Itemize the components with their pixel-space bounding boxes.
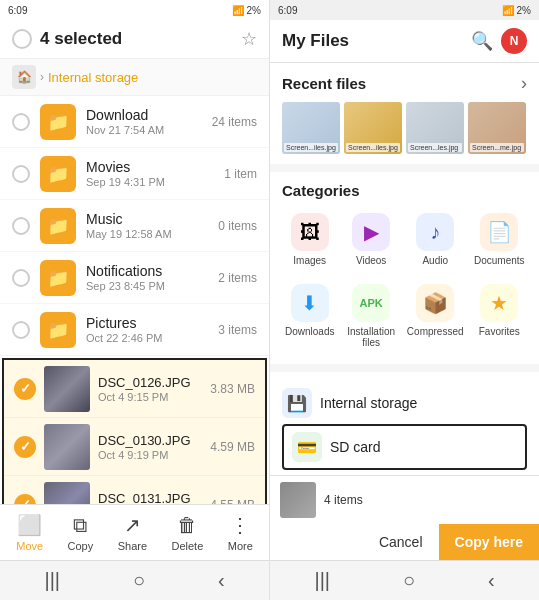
share-label: Share	[118, 540, 147, 552]
right-status-icons: 📶 2%	[502, 5, 531, 16]
left-panel: 6:09 📶 2% 4 selected ☆ 🏠 › Internal stor…	[0, 0, 270, 600]
right-panel: 6:09 📶 2% My Files 🔍 N Recent files › Sc…	[270, 0, 539, 600]
folder-info: Pictures Oct 22 2:46 PM	[86, 315, 208, 344]
cat-apk[interactable]: APK Installation files	[343, 278, 398, 354]
select-radio[interactable]	[12, 113, 30, 131]
right-nav-back[interactable]: ‹	[488, 569, 495, 592]
select-radio[interactable]	[12, 269, 30, 287]
bottom-toolbar: ⬜ Move ⧉ Copy ↗ Share 🗑 Delete ⋮ More	[0, 504, 269, 560]
downloads-icon: ⬇	[291, 284, 329, 322]
right-nav-home[interactable]: ○	[403, 569, 415, 592]
more-button[interactable]: ⋮ More	[228, 513, 253, 552]
sdcard-selected-item[interactable]: 💳 SD card	[282, 424, 527, 470]
image-thumb	[44, 482, 90, 505]
share-icon: ↗	[124, 513, 141, 537]
move-label: Move	[16, 540, 43, 552]
folder-item-notifications[interactable]: 📁 Notifications Sep 23 8:45 PM 2 items	[0, 252, 269, 304]
left-status-icons: 📶 2%	[232, 5, 261, 16]
right-header: My Files 🔍 N	[270, 20, 539, 63]
left-status-bar: 6:09 📶 2%	[0, 0, 269, 20]
copy-here-button[interactable]: Copy here	[439, 524, 539, 560]
more-label: More	[228, 540, 253, 552]
breadcrumb-chevron: ›	[40, 70, 44, 84]
share-button[interactable]: ↗ Share	[118, 513, 147, 552]
home-icon[interactable]: 🏠	[12, 65, 36, 89]
check-icon[interactable]: ✓	[14, 436, 36, 458]
cat-compressed[interactable]: 📦 Compressed	[405, 278, 466, 354]
cancel-button[interactable]: Cancel	[363, 524, 439, 560]
folder-item-music[interactable]: 📁 Music May 19 12:58 AM 0 items	[0, 200, 269, 252]
selected-count-title: 4 selected	[40, 29, 233, 49]
recent-thumb-label: Screen...me.jpg	[470, 143, 524, 152]
check-icon[interactable]: ✓	[14, 494, 36, 505]
cat-images[interactable]: 🖼 Images	[282, 207, 337, 272]
recent-files-more-icon[interactable]: ›	[521, 73, 527, 94]
folder-item-download[interactable]: 📁 Download Nov 21 7:54 AM 24 items	[0, 96, 269, 148]
cat-favorites[interactable]: ★ Favorites	[472, 278, 527, 354]
search-icon[interactable]: 🔍	[471, 30, 493, 52]
move-button[interactable]: ⬜ Move	[16, 513, 43, 552]
select-radio[interactable]	[12, 217, 30, 235]
folder-count: 0 items	[218, 219, 257, 233]
avatar[interactable]: N	[501, 28, 527, 54]
cat-documents[interactable]: 📄 Documents	[472, 207, 527, 272]
star-icon[interactable]: ☆	[241, 28, 257, 50]
folder-icon: 📁	[40, 156, 76, 192]
select-radio[interactable]	[12, 321, 30, 339]
folder-info: Download Nov 21 7:54 AM	[86, 107, 202, 136]
action-buttons: Cancel Copy here	[270, 524, 539, 560]
folder-item-movies[interactable]: 📁 Movies Sep 19 4:31 PM 1 item	[0, 148, 269, 200]
recent-thumb-0[interactable]: Screen...iles.jpg	[282, 102, 340, 154]
recent-thumb-2[interactable]: Screen...les.jpg	[406, 102, 464, 154]
folder-count: 24 items	[212, 115, 257, 129]
sdcard-storage-item[interactable]: 💳 SD card	[292, 432, 517, 462]
recent-thumbs-list: Screen...iles.jpg Screen...iles.jpg Scre…	[282, 102, 527, 154]
folder-info: Notifications Sep 23 8:45 PM	[86, 263, 208, 292]
back-button[interactable]	[12, 29, 32, 49]
cat-downloads[interactable]: ⬇ Downloads	[282, 278, 337, 354]
preview-thumbnail	[280, 482, 316, 518]
internal-storage-icon: 💾	[282, 388, 312, 418]
left-nav-home[interactable]: ○	[133, 569, 145, 592]
cat-apk-label: Installation files	[345, 326, 396, 348]
left-nav-back[interactable]: ‹	[218, 569, 225, 592]
left-nav-menu[interactable]: |||	[44, 569, 60, 592]
delete-label: Delete	[171, 540, 203, 552]
internal-storage-label: Internal storage	[320, 395, 417, 411]
favorites-icon: ★	[480, 284, 518, 322]
delete-button[interactable]: 🗑 Delete	[171, 514, 203, 552]
cat-images-label: Images	[293, 255, 326, 266]
folder-name: Movies	[86, 159, 214, 175]
select-radio[interactable]	[12, 165, 30, 183]
image-thumb	[44, 424, 90, 470]
right-title: My Files	[282, 31, 463, 51]
folder-name: Music	[86, 211, 208, 227]
recent-thumb-3[interactable]: Screen...me.jpg	[468, 102, 526, 154]
cat-audio[interactable]: ♪ Audio	[405, 207, 466, 272]
categories-section: Categories 🖼 Images ▶ Videos ♪ Audio 📄 D…	[270, 172, 539, 364]
categories-title: Categories	[282, 182, 360, 199]
cat-downloads-label: Downloads	[285, 326, 334, 337]
internal-storage-item[interactable]: 💾 Internal storage	[282, 382, 527, 424]
breadcrumb-path[interactable]: Internal storage	[48, 70, 138, 85]
image-item-0130[interactable]: ✓ DSC_0130.JPG Oct 4 9:19 PM 4.59 MB	[4, 418, 265, 476]
folder-info: Movies Sep 19 4:31 PM	[86, 159, 214, 188]
documents-icon: 📄	[480, 213, 518, 251]
image-info: DSC_0130.JPG Oct 4 9:19 PM	[98, 433, 202, 461]
image-date: Oct 4 9:19 PM	[98, 449, 202, 461]
image-item-0126[interactable]: ✓ DSC_0126.JPG Oct 4 9:15 PM 3.83 MB	[4, 360, 265, 418]
cat-videos[interactable]: ▶ Videos	[343, 207, 398, 272]
copy-button[interactable]: ⧉ Copy	[68, 514, 94, 552]
right-time: 6:09	[278, 5, 297, 16]
check-icon[interactable]: ✓	[14, 378, 36, 400]
more-icon: ⋮	[230, 513, 250, 537]
compressed-icon: 📦	[416, 284, 454, 322]
recent-thumb-1[interactable]: Screen...iles.jpg	[344, 102, 402, 154]
recent-thumb-label: Screen...iles.jpg	[284, 143, 338, 152]
cat-audio-label: Audio	[422, 255, 448, 266]
right-nav-menu[interactable]: |||	[314, 569, 330, 592]
image-item-0131[interactable]: ✓ DSC_0131.JPG Oct 4 9:19 PM 4.55 MB	[4, 476, 265, 504]
folder-item-pictures[interactable]: 📁 Pictures Oct 22 2:46 PM 3 items	[0, 304, 269, 356]
image-size: 4.59 MB	[210, 440, 255, 454]
recent-files-section: Recent files › Screen...iles.jpg Screen.…	[270, 63, 539, 164]
